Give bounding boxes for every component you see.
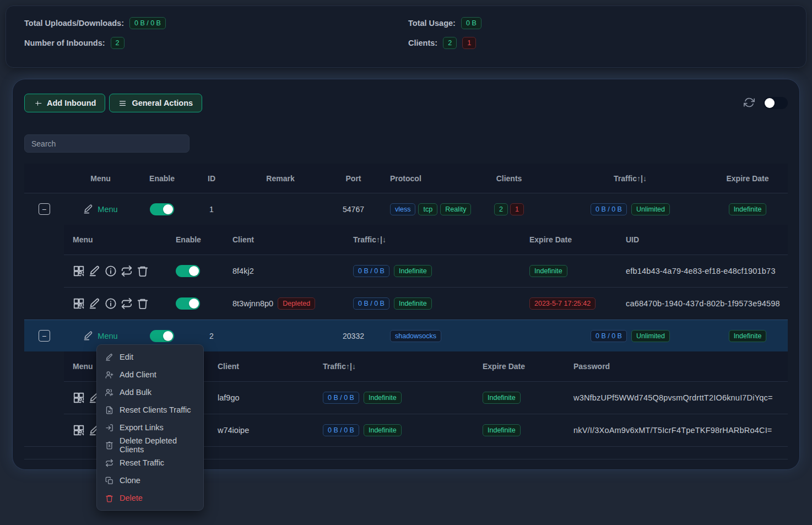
traffic-badge: 0 B / 0 B <box>323 424 359 436</box>
col-port: Port <box>324 174 382 183</box>
inbound-traffic-badges: 0 B / 0 B Unlimited <box>553 203 707 215</box>
stat-label: Total Usage: <box>408 19 456 28</box>
qrcode-icon[interactable] <box>73 392 85 404</box>
client-traffic-badges: 0 B / 0 B Indefinite <box>314 392 474 404</box>
col-id: ID <box>187 174 236 183</box>
menu-item-delete-depleted-clients[interactable]: Delete Depleted Clients <box>97 436 203 454</box>
col-expire-date: Expire Date <box>474 362 565 371</box>
stat-total-uploads-downloads: Total Uploads/Downloads: 0 B / 0 B <box>24 17 408 29</box>
col-enable: Enable <box>167 235 224 244</box>
expire-badge: Indefinite <box>729 203 767 215</box>
subtable-header-row: Menu Enable Client Traffic↑|↓ Expire Dat… <box>64 225 788 255</box>
client-uid: efb14b43-4a79-4e83-ef18-e48cf1901b73 <box>617 267 788 275</box>
edit-pencil-icon <box>83 204 94 214</box>
general-actions-button[interactable]: General Actions <box>109 94 202 112</box>
clone-icon <box>105 477 113 485</box>
menu-item-clone[interactable]: Clone <box>97 472 203 489</box>
refresh-icon[interactable] <box>744 97 756 109</box>
qrcode-icon[interactable] <box>73 424 85 436</box>
info-icon[interactable] <box>105 265 117 277</box>
inbound-enable-toggle[interactable] <box>150 203 174 215</box>
inbound-menu-trigger[interactable]: Menu <box>83 331 117 341</box>
search-input[interactable] <box>24 134 190 153</box>
plus-icon <box>34 99 42 107</box>
col-remark: Remark <box>236 174 324 183</box>
traffic-limit-badge: Indefinite <box>364 424 402 436</box>
client-uid: ca68470b-1940-437d-802b-1f9573e94598 <box>617 299 788 308</box>
inbounds-count-badge: 2 <box>111 37 124 49</box>
client-enable-toggle[interactable] <box>176 265 200 277</box>
edit-pencil-icon <box>105 353 113 361</box>
user-plus-icon <box>105 371 113 379</box>
info-icon[interactable] <box>105 297 117 310</box>
inbound-port: 54767 <box>324 205 382 214</box>
inbound-port: 20332 <box>324 332 382 340</box>
client-traffic-badges: 0 B / 0 B Indefinite <box>314 424 474 436</box>
expire-badge: Indefinite <box>483 424 521 436</box>
inbound-id: 1 <box>187 205 236 214</box>
inbound-enable-toggle[interactable] <box>150 330 174 342</box>
inbound-protocol-tags: vless tcp Reality <box>382 203 465 215</box>
inbound-id: 2 <box>187 332 236 340</box>
collapse-row-button[interactable]: − <box>39 203 50 215</box>
inbound-context-menu: Edit Add Client Add Bulk Reset Clients T… <box>96 344 204 511</box>
collapse-row-button[interactable]: − <box>39 330 50 342</box>
reset-traffic-icon <box>105 459 113 467</box>
menu-lines-icon <box>118 99 127 107</box>
expire-badge: Indefinite <box>529 265 567 277</box>
client-enable-toggle[interactable] <box>176 297 200 310</box>
clients-depleted-badge: 1 <box>510 203 524 215</box>
col-protocol: Protocol <box>382 174 465 183</box>
menu-label: Menu <box>98 205 117 214</box>
col-enable: Enable <box>137 174 187 183</box>
menu-item-add-bulk[interactable]: Add Bulk <box>97 383 203 401</box>
add-inbound-label: Add Inbound <box>47 99 96 107</box>
client-name: laf9go <box>209 393 314 402</box>
expire-badge: 2023-5-7 17:25:42 <box>529 297 596 310</box>
col-password: Password <box>565 362 788 371</box>
clients-active-badge: 2 <box>443 37 457 49</box>
client-row: 8t3wjnn8p0 Depleted 0 B / 0 B Indefinite… <box>64 287 788 320</box>
menu-item-delete[interactable]: Delete <box>97 489 203 507</box>
expire-badge: Indefinite <box>483 392 521 404</box>
col-menu: Menu <box>64 174 137 183</box>
stat-label: Clients: <box>408 39 437 47</box>
auto-refresh-toggle[interactable] <box>764 97 788 109</box>
reset-traffic-icon[interactable] <box>121 265 133 277</box>
col-uid: UID <box>617 235 788 244</box>
traffic-limit-badge: Indefinite <box>394 265 432 277</box>
menu-item-add-client[interactable]: Add Client <box>97 366 203 383</box>
inbound-menu-trigger[interactable]: Menu <box>83 204 117 214</box>
delete-icon[interactable] <box>137 297 149 310</box>
client-name: 8t3wjnn8p0 <box>232 299 273 308</box>
edit-pencil-icon[interactable] <box>89 265 101 277</box>
client-actions <box>64 297 167 310</box>
stat-label: Number of Inbounds: <box>24 39 105 47</box>
col-traffic[interactable]: Traffic↑|↓ <box>314 362 474 371</box>
client-traffic-badges: 0 B / 0 B Indefinite <box>344 297 521 310</box>
table-header-row: Menu Enable ID Remark Port Protocol Clie… <box>24 164 788 193</box>
col-clients: Clients <box>465 174 553 183</box>
protocol-badge: shadowsocks <box>390 330 441 342</box>
qrcode-icon[interactable] <box>73 265 85 277</box>
client-traffic-badges: 0 B / 0 B Indefinite <box>344 265 521 277</box>
col-traffic[interactable]: Traffic↑|↓ <box>344 235 521 244</box>
menu-item-reset-clients-traffic[interactable]: Reset Clients Traffic <box>97 401 203 419</box>
menu-item-reset-traffic[interactable]: Reset Traffic <box>97 454 203 472</box>
stat-number-of-inbounds: Number of Inbounds: 2 <box>24 37 408 49</box>
add-inbound-button[interactable]: Add Inbound <box>24 94 105 112</box>
menu-item-export-links[interactable]: Export Links <box>97 419 203 436</box>
qrcode-icon[interactable] <box>73 297 85 310</box>
inbound-traffic-badges: 0 B / 0 B Unlimited <box>553 330 707 342</box>
inbound-row-1: − Menu 1 54767 vless tcp Reality 2 1 0 <box>24 193 788 225</box>
general-actions-label: General Actions <box>132 99 193 107</box>
traffic-badge: 0 B / 0 B <box>323 392 359 404</box>
traffic-limit-badge: Unlimited <box>631 330 670 342</box>
menu-item-edit[interactable]: Edit <box>97 348 203 366</box>
traffic-limit-badge: Unlimited <box>631 203 670 215</box>
delete-icon[interactable] <box>137 265 149 277</box>
clients-subtable-1: Menu Enable Client Traffic↑|↓ Expire Dat… <box>64 225 788 320</box>
edit-pencil-icon[interactable] <box>89 297 101 310</box>
reset-traffic-icon[interactable] <box>121 297 133 310</box>
col-traffic[interactable]: Traffic↑|↓ <box>553 174 707 183</box>
